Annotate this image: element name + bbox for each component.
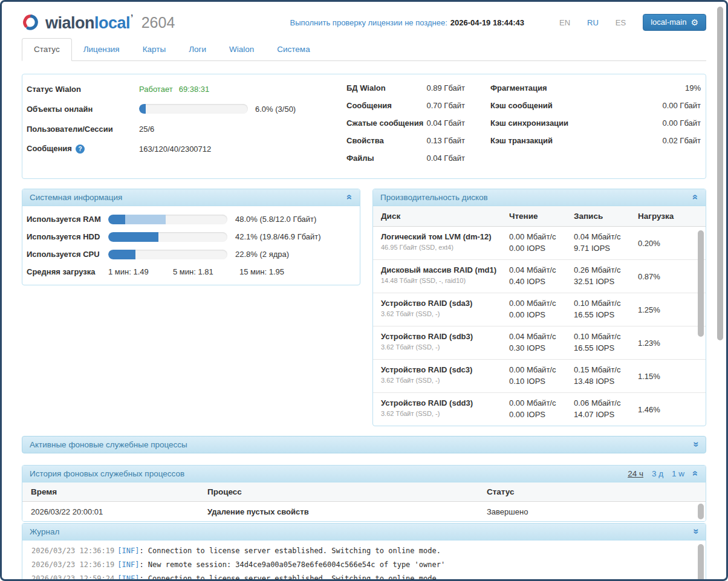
system-info-panel: Системная информация « Используется RAM … <box>22 189 360 285</box>
app-window: wialonlocalʼ 2604 Выполнить проверку лиц… <box>0 0 728 581</box>
db-stats-column: БД Wialon 0.89 Гбайт Сообщения 0.70 Гбай… <box>346 83 465 171</box>
disk-read-speed: 0.00 Мбайт/с <box>509 398 574 408</box>
cpu-usage-row: Используется CPU 22.8% (2 ядра) <box>27 245 351 263</box>
stat-value: 0.04 Гбайт <box>426 118 465 129</box>
load-average-label: Средняя загрузка <box>27 267 106 276</box>
history-row: 2026/03/22 20:00:01 Удаление пустых свой… <box>22 502 706 521</box>
active-processes-section[interactable]: Активные фоновые служебные процессы « <box>22 436 706 453</box>
brand-wialon: wialon <box>45 14 94 32</box>
stat-label: Сообщения <box>346 101 392 112</box>
disk-row: Логический том LVM (dm-12) 46.95 Гбайт (… <box>373 227 706 260</box>
disk-write-cell: 0.10 Мбайт/с 16.55 IOPS <box>574 298 638 321</box>
hdd-usage-label: Используется HDD <box>27 232 106 241</box>
account-button[interactable]: local-main ⚙ <box>643 14 706 31</box>
brand-local: local <box>94 14 130 32</box>
disk-write-cell: 0.26 Мбайт/с 32.51 IOPS <box>574 265 638 288</box>
disk-performance-header[interactable]: Производительность дисков « <box>373 189 706 206</box>
db-stat-row: Сжатые сообщения 0.04 Гбайт <box>346 118 465 129</box>
collapse-icon[interactable]: « <box>691 195 701 200</box>
history-table-scrollbar[interactable] <box>698 504 704 519</box>
load-average-row: Средняя загрузка 1 мин: 1.495 мин: 1.811… <box>27 263 351 281</box>
ram-usage-row: Используется RAM 48.0% (5.8/12.0 Гбайт) <box>27 210 351 228</box>
expand-icon[interactable]: « <box>691 442 701 447</box>
journal-entry: 2026/03/23 12:59:24[INF]: Connection to … <box>27 572 706 581</box>
help-icon[interactable]: ? <box>76 144 85 154</box>
tab-maps[interactable]: Карты <box>131 39 177 60</box>
tab-license[interactable]: Лицензия <box>72 39 131 60</box>
system-info-title: Системная информация <box>30 193 122 202</box>
disk-name: Дисковый массив RAID (md1) <box>381 265 509 275</box>
disk-row: Устройство RAID (sdb3) 3.62 Тбайт (SSD, … <box>373 326 706 360</box>
history-status: Завершено <box>487 507 697 516</box>
history-range-controls: 24 ч 3 д 1 w « <box>628 469 698 478</box>
stat-value: 0.89 Гбайт <box>426 83 465 94</box>
disk-name: Устройство RAID (sdc3) <box>381 365 509 375</box>
disk-info: 3.62 Тбайт (SSD, -) <box>381 310 509 317</box>
disk-write-speed: 0.10 Мбайт/с <box>574 298 638 308</box>
journal-body: 2026/03/23 12:36:19[INF]: Connection to … <box>22 540 706 581</box>
db-stat-row: Файлы 0.04 Гбайт <box>346 154 465 164</box>
ram-usage-progressbar <box>108 215 227 224</box>
range-1w-link[interactable]: 1 w <box>672 469 684 478</box>
brand-version: 2604 <box>141 14 175 31</box>
disk-read-speed: 0.04 Мбайт/с <box>509 265 574 275</box>
cache-stat-row: Кэш синхронизации 0.00 Гбайт <box>490 118 701 129</box>
lang-es[interactable]: ES <box>616 18 626 27</box>
stat-value: 0.00 Гбайт <box>662 101 701 112</box>
lang-ru[interactable]: RU <box>587 18 599 27</box>
objects-online-row: Объекты онлайн 6.0% (3/50) <box>27 103 346 115</box>
journal-entry-level: [INF] <box>117 560 139 569</box>
objects-online-label: Объекты онлайн <box>27 105 139 114</box>
disk-table-scrollbar[interactable] <box>698 230 704 337</box>
stat-label: Кэш сообщений <box>490 101 553 112</box>
journal-header[interactable]: Журнал « <box>22 524 706 540</box>
stat-label: Фрагментация <box>490 83 547 94</box>
journal-entry-message: : Connection to license server establish… <box>139 574 441 581</box>
cache-stat-row: Кэш сообщений 0.00 Гбайт <box>490 101 701 112</box>
disk-read-cell: 0.04 Мбайт/с 0.40 IOPS <box>509 265 574 288</box>
collapse-icon[interactable]: « <box>345 195 355 200</box>
main-tabs: Статус Лицензия Карты Логи Wialon Систем… <box>22 38 706 61</box>
ram-usage-value: 48.0% (5.8/12.0 Гбайт) <box>235 215 316 224</box>
system-info-header[interactable]: Системная информация « <box>22 189 360 206</box>
tab-status[interactable]: Статус <box>22 38 72 61</box>
messages-label: Сообщения? <box>27 144 139 154</box>
disk-row: Дисковый массив RAID (md1) 14.48 Тбайт (… <box>373 260 706 293</box>
range-24h-link[interactable]: 24 ч <box>628 469 643 478</box>
column-time: Время <box>31 487 207 496</box>
expand-icon[interactable]: « <box>691 529 701 534</box>
disk-write-cell: 0.10 Мбайт/с 16.55 IOPS <box>574 331 638 354</box>
objects-online-value: 6.0% (3/50) <box>255 105 296 114</box>
disk-read-iops: 0.30 IOPS <box>509 343 574 353</box>
disk-info: 3.62 Тбайт (SSD, -) <box>381 377 509 384</box>
db-stat-row: Сообщения 0.70 Гбайт <box>346 101 465 112</box>
hdd-usage-row: Используется HDD 42.1% (19.8/46.9 Гбайт) <box>27 228 351 245</box>
tab-system[interactable]: Система <box>265 39 321 60</box>
range-3d-link[interactable]: 3 д <box>652 469 663 478</box>
disk-table-header: Диск Чтение Запись Нагрузка <box>373 206 706 227</box>
disk-read-cell: 0.00 Мбайт/с 0.00 IOPS <box>509 398 574 421</box>
journal-entry-level: [INF] <box>117 547 139 555</box>
column-process: Процесс <box>207 487 487 496</box>
page-scrollbar-thumb[interactable] <box>717 7 723 340</box>
stat-value: 0.00 Гбайт <box>662 118 701 129</box>
disk-name-cell: Дисковый массив RAID (md1) 14.48 Тбайт (… <box>381 265 509 288</box>
disk-write-iops: 14.07 IOPS <box>574 409 638 420</box>
collapse-icon[interactable]: « <box>691 471 701 476</box>
page-scrollbar[interactable] <box>716 4 724 577</box>
disk-info: 3.62 Тбайт (SSD, -) <box>381 410 509 417</box>
disk-load: 1.15% <box>638 372 695 381</box>
tab-wialon[interactable]: Wialon <box>218 39 265 60</box>
journal-scrollbar[interactable] <box>698 544 704 581</box>
lang-en[interactable]: EN <box>559 18 570 27</box>
tab-logs[interactable]: Логи <box>177 39 218 60</box>
license-check-link[interactable]: Выполнить проверку лицензии не позднее: <box>290 18 447 27</box>
gear-icon: ⚙ <box>691 18 698 27</box>
process-history-header[interactable]: История фоновых служебных процессов 24 ч… <box>22 466 706 482</box>
cpu-usage-value: 22.8% (2 ядра) <box>235 250 289 259</box>
disk-read-iops: 0.00 IOPS <box>509 243 574 253</box>
history-table-header: Время Процесс Статус <box>22 482 706 502</box>
load-15min: 15 мин: 1.95 <box>239 267 284 276</box>
journal-entry-level: [INF] <box>117 574 139 581</box>
app-header: wialonlocalʼ 2604 Выполнить проверку лиц… <box>22 12 706 33</box>
